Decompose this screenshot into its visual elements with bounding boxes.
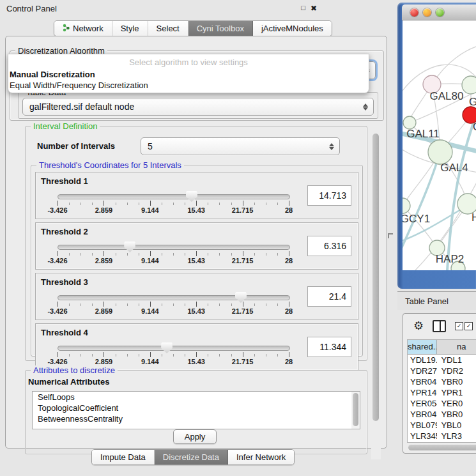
minor-tick <box>139 303 139 306</box>
minor-tick <box>162 203 162 205</box>
minor-tick <box>266 203 266 205</box>
cell-name: YBR0 <box>437 376 476 387</box>
minor-tick <box>254 303 255 306</box>
node-label: G <box>469 96 476 108</box>
network-window-titlebar <box>402 4 476 20</box>
cell-name: YIL0 <box>437 441 476 443</box>
threshold-label: Threshold 3 <box>41 277 88 287</box>
apply-button[interactable]: Apply <box>173 429 217 444</box>
node-gcy1 <box>403 198 410 213</box>
table-row[interactable]: YBL079W YBL0 <box>408 420 476 431</box>
table-hscrollbar[interactable] <box>407 444 476 451</box>
scale-label: 21.715 <box>232 257 254 265</box>
panel-scrollbar-thumb[interactable] <box>372 134 379 421</box>
list-scrollbar[interactable] <box>351 392 360 429</box>
threshold-label: Threshold 4 <box>41 328 88 337</box>
minor-tick <box>185 203 185 205</box>
scale-label: -3.426 <box>47 257 67 265</box>
dropdown-option-manual[interactable]: Manual Discretization <box>8 69 369 80</box>
scale-label: 28 <box>285 358 293 365</box>
threshold-panel: Threshold 2 -3.4262.8599.14415.4321.7152… <box>35 222 358 270</box>
list-item[interactable]: BetweennessCentrality <box>33 413 360 424</box>
major-tick <box>243 251 243 256</box>
table-row[interactable]: YLR345W YLR3 <box>408 431 476 441</box>
threshold-value[interactable]: 6.316 <box>307 236 351 256</box>
minor-tick <box>139 253 139 256</box>
tab-network[interactable]: Network <box>54 21 112 36</box>
num-intervals-combo[interactable]: 5 <box>141 137 340 155</box>
table-row[interactable]: YER054C YER0 <box>408 398 476 409</box>
tab-select[interactable]: Select <box>148 21 188 36</box>
tab-label: Style <box>121 24 139 33</box>
cell-shared: YBR045C <box>408 409 437 420</box>
threshold-panel: Threshold 4 -3.4262.8599.14415.4321.7152… <box>35 323 358 371</box>
minimize-window-icon[interactable] <box>423 8 431 17</box>
major-tick <box>243 302 243 307</box>
numerical-attributes-list[interactable]: SelfLoops TopologicalCoefficient Between… <box>32 391 360 429</box>
minor-tick <box>81 303 81 306</box>
node-label: C <box>473 121 476 133</box>
threshold-slider[interactable] <box>58 295 290 300</box>
list-item[interactable]: SelfLoops <box>33 392 360 403</box>
minor-tick <box>173 303 174 306</box>
tab-impute-data[interactable]: Impute Data <box>92 450 155 464</box>
major-tick <box>196 302 197 307</box>
threshold-value[interactable]: 14.713 <box>307 185 351 206</box>
major-tick <box>150 302 151 307</box>
minor-tick <box>116 303 116 306</box>
tab-jactivemnodules[interactable]: jActiveMNodules <box>253 21 332 36</box>
table-row[interactable]: YIL052C YIL0 <box>408 441 476 443</box>
scale-label: 9.144 <box>141 206 159 214</box>
table-row[interactable]: YBR043C YBR0 <box>408 376 476 387</box>
table-rows: YDL19... YDL1 YDR27... YDR2 YBR043C YBR0… <box>408 355 476 443</box>
zoom-window-icon[interactable] <box>436 8 444 17</box>
dropdown-option-equal-width[interactable]: Equal Width/Frequency Discretization <box>8 80 369 91</box>
list-item[interactable]: TopologicalCoefficient <box>33 403 360 413</box>
algorithm-dropdown-popup: Select algorithm to view settings Manual… <box>8 54 369 93</box>
table-row[interactable]: YDL19... YDL1 <box>408 355 476 365</box>
tab-infer-network[interactable]: Infer Network <box>228 450 294 464</box>
close-window-icon[interactable] <box>410 8 418 17</box>
minor-tick <box>127 253 128 256</box>
tab-style[interactable]: Style <box>112 21 148 36</box>
table-data-combo[interactable]: galFiltered.sif default node <box>22 98 374 116</box>
table-row[interactable]: YPR145W YPR1 <box>408 387 476 398</box>
scale-label: 21.715 <box>232 358 254 365</box>
node-table[interactable]: shared... na YDL19... YDL1 YDR27... YDR2… <box>407 339 476 443</box>
threshold-value[interactable]: 11.344 <box>307 337 351 357</box>
slider-ticks <box>58 352 289 358</box>
minor-tick <box>127 203 128 205</box>
cell-shared: YER054C <box>408 398 437 409</box>
float-window-icon[interactable]: □ <box>301 4 305 12</box>
threshold-slider[interactable] <box>58 346 290 351</box>
threshold-slider[interactable] <box>58 245 290 250</box>
slider-ticks <box>58 302 289 307</box>
node-label: HAP2 <box>436 253 464 265</box>
check-all-icon-2[interactable]: ✓ <box>464 322 473 330</box>
tab-cyni-toolbox[interactable]: Cyni Toolbox <box>188 21 253 36</box>
slider-ticks <box>58 251 289 257</box>
gear-icon[interactable]: ⚙ <box>413 320 424 332</box>
network-canvas[interactable]: GAL80 G C GAL11 GAL4 GCY1 H HAP2 <box>403 20 476 270</box>
column-header-shared[interactable]: shared... <box>408 340 437 354</box>
threshold-value[interactable]: 21.4 <box>307 286 351 307</box>
minor-tick <box>173 203 174 205</box>
threshold-slider[interactable] <box>58 194 290 199</box>
minor-tick <box>162 253 162 256</box>
table-row[interactable]: YDR27... YDR2 <box>408 365 476 376</box>
panel-scrollbar[interactable] <box>371 127 381 459</box>
node-label: GAL4 <box>440 162 468 174</box>
minor-tick <box>116 354 116 357</box>
major-tick <box>58 201 58 206</box>
columns-icon[interactable] <box>433 320 446 332</box>
table-row[interactable]: YBR045C YBR0 <box>408 409 476 420</box>
tab-discretize-data[interactable]: Discretize Data <box>155 450 228 464</box>
scale-label: 28 <box>285 206 293 214</box>
attribute-items: SelfLoops TopologicalCoefficient Between… <box>33 392 360 424</box>
column-header-name[interactable]: na <box>437 340 476 354</box>
close-panel-icon[interactable]: ✖ <box>311 4 317 13</box>
check-all-icon[interactable]: ✓ <box>455 322 463 330</box>
split-pane-grip[interactable] <box>388 233 393 238</box>
table-hscrollbar-thumb[interactable] <box>408 445 476 450</box>
list-scrollbar-thumb[interactable] <box>353 393 358 426</box>
